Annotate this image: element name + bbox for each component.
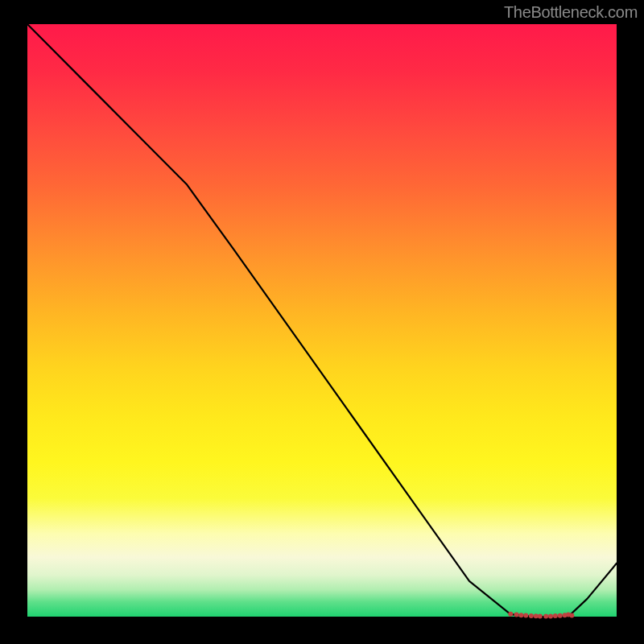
- optimal-marker: [514, 612, 519, 617]
- optimal-marker: [534, 613, 539, 618]
- bottleneck-curve: [27, 24, 617, 617]
- optimal-marker: [523, 613, 528, 618]
- optimal-region-markers: [508, 612, 574, 619]
- attribution-text: TheBottleneck.com: [504, 3, 638, 22]
- optimal-marker: [558, 613, 563, 618]
- optimal-marker: [548, 613, 553, 618]
- optimal-marker: [518, 613, 523, 617]
- chart-container: TheBottleneck.com: [0, 0, 644, 644]
- chart-svg-overlay: [27, 24, 617, 617]
- optimal-marker: [553, 613, 558, 618]
- optimal-marker: [543, 613, 548, 618]
- optimal-marker: [508, 612, 513, 617]
- optimal-marker: [569, 613, 574, 618]
- optimal-marker: [529, 613, 534, 618]
- optimal-marker: [538, 613, 543, 618]
